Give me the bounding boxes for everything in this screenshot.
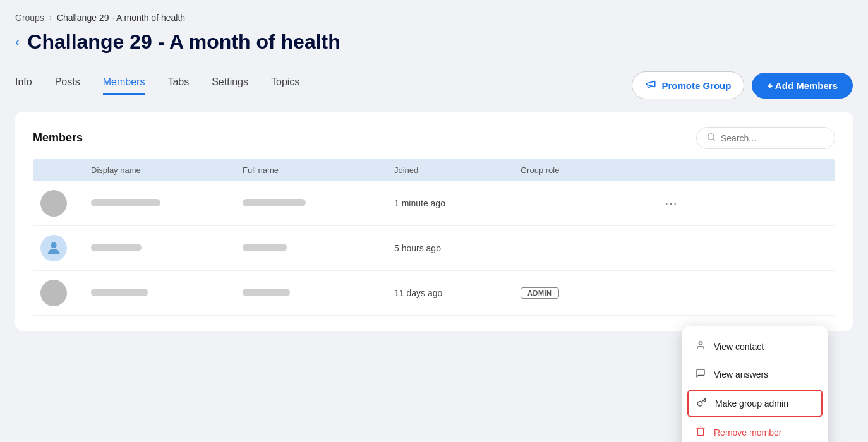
blurred-full-name <box>243 244 287 251</box>
admin-badge: ADMIN <box>521 287 559 299</box>
view-answers-label: View answers <box>714 369 768 379</box>
avatar-cell-2 <box>33 235 83 261</box>
table-row: 1 minute ago ⋯ <box>33 181 835 226</box>
breadcrumb-parent[interactable]: Groups <box>15 13 44 23</box>
blurred-display-name <box>91 244 142 251</box>
trash-icon <box>695 426 706 439</box>
add-members-label: + Add Members <box>767 80 838 91</box>
search-input[interactable] <box>721 133 824 143</box>
menu-item-view-contact[interactable]: View contact <box>682 333 828 361</box>
display-name-1 <box>83 198 235 208</box>
avatar <box>40 190 67 217</box>
tab-settings[interactable]: Settings <box>212 76 248 95</box>
tab-tabs[interactable]: Tabs <box>167 76 189 95</box>
col-group-role: Group role <box>513 165 652 175</box>
menu-item-remove-member[interactable]: Remove member <box>682 419 828 442</box>
avatar-cell-3 <box>33 280 83 306</box>
members-title: Members <box>33 131 83 145</box>
chat-icon <box>695 368 706 381</box>
make-admin-label: Make group admin <box>715 398 788 409</box>
display-name-3 <box>83 288 235 298</box>
promote-group-button[interactable]: Promote Group <box>632 71 744 99</box>
context-menu: View contact View answers Make group adm… <box>682 326 828 442</box>
table-row: 5 hours ago <box>33 226 835 271</box>
tab-topics[interactable]: Topics <box>271 76 299 95</box>
joined-2: 5 hours ago <box>387 243 513 253</box>
table-header: Display name Full name Joined Group role <box>33 159 835 181</box>
avatar-cell-1 <box>33 190 83 217</box>
add-members-button[interactable]: + Add Members <box>752 73 853 99</box>
back-button[interactable]: ‹ <box>15 34 20 51</box>
full-name-2 <box>235 243 387 253</box>
toolbar-actions: Promote Group + Add Members <box>632 71 853 99</box>
table-row: 11 days ago ADMIN <box>33 271 835 316</box>
promote-group-label: Promote Group <box>661 80 731 91</box>
blurred-display-name <box>91 199 160 206</box>
row-actions-button[interactable]: ⋯ <box>660 193 682 213</box>
display-name-2 <box>83 243 235 253</box>
full-name-1 <box>235 198 387 208</box>
view-contact-label: View contact <box>714 342 764 352</box>
key-icon <box>696 397 708 410</box>
tab-posts[interactable]: Posts <box>55 76 80 95</box>
search-icon <box>707 133 716 143</box>
tabs-list: Info Posts Members Tabs Settings Topics <box>15 76 299 95</box>
blurred-full-name <box>243 199 306 206</box>
col-full-name: Full name <box>235 165 387 175</box>
avatar <box>40 235 67 261</box>
tab-members[interactable]: Members <box>103 76 145 95</box>
menu-item-make-admin[interactable]: Make group admin <box>687 390 823 417</box>
svg-point-3 <box>699 342 702 345</box>
col-actions <box>652 165 702 175</box>
role-3: ADMIN <box>513 287 652 299</box>
search-box[interactable] <box>696 127 835 149</box>
megaphone-icon <box>645 78 656 92</box>
col-avatar <box>33 165 83 175</box>
person-icon <box>695 340 706 353</box>
page-header: ‹ Challange 29 - A month of health <box>15 30 853 54</box>
actions-1: ⋯ <box>652 193 702 213</box>
breadcrumb-current: Challange 29 - A month of health <box>57 13 185 23</box>
svg-line-1 <box>713 139 715 141</box>
avatar <box>40 280 67 306</box>
svg-point-2 <box>51 242 56 248</box>
col-display-name: Display name <box>83 165 235 175</box>
remove-member-label: Remove member <box>714 427 781 438</box>
card-header: Members <box>33 127 835 149</box>
tab-info[interactable]: Info <box>15 76 32 95</box>
blurred-full-name <box>243 289 290 296</box>
breadcrumb-separator: › <box>49 13 52 22</box>
col-joined: Joined <box>387 165 513 175</box>
full-name-3 <box>235 288 387 298</box>
page-title: Challange 29 - A month of health <box>27 30 340 54</box>
joined-1: 1 minute ago <box>387 198 513 208</box>
tabs-row: Info Posts Members Tabs Settings Topics … <box>15 71 853 99</box>
menu-item-view-answers[interactable]: View answers <box>682 361 828 388</box>
breadcrumb: Groups › Challange 29 - A month of healt… <box>15 13 853 23</box>
members-card: Members Display name Full name Joined Gr… <box>15 112 853 331</box>
blurred-display-name <box>91 289 148 296</box>
joined-3: 11 days ago <box>387 288 513 298</box>
